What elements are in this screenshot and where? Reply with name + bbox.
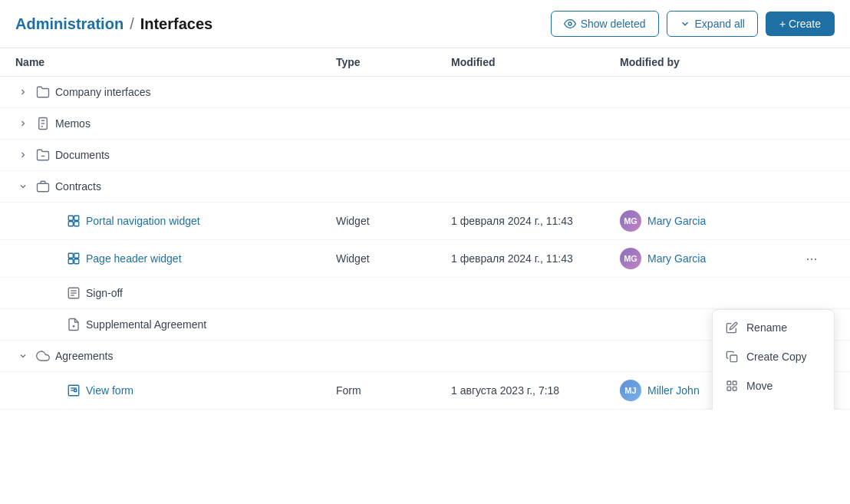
svg-rect-6	[38, 183, 49, 192]
context-move[interactable]: Move	[713, 371, 834, 400]
item-name: Contracts	[55, 180, 101, 193]
col-name: Name	[15, 56, 336, 68]
name-cell: Portal navigation widget	[15, 213, 336, 229]
name-cell: Supplemental Agreement	[15, 317, 336, 332]
table-header: Name Type Modified Modified by	[0, 48, 850, 77]
expand-all-button[interactable]: Expand all	[667, 11, 758, 37]
folder-doc-icon	[35, 147, 51, 163]
type-cell: Form	[336, 384, 451, 397]
svg-rect-14	[74, 259, 79, 264]
type-cell: Widget	[336, 215, 451, 227]
avatar: MJ	[620, 380, 641, 401]
table-row: Page header widget Widget 1 февраля 2024…	[0, 240, 850, 278]
briefcase-icon	[35, 179, 51, 194]
user-link[interactable]: Mary Garcia	[647, 252, 706, 265]
pencil-icon	[725, 321, 739, 334]
page-header: Administration / Interfaces Show deleted…	[0, 0, 850, 48]
chevron-right-icon	[18, 87, 28, 97]
create-button[interactable]: + Create	[766, 12, 835, 36]
item-name: Agreements	[55, 350, 113, 362]
header-actions: Show deleted Expand all + Create	[551, 11, 835, 37]
svg-rect-29	[727, 387, 731, 390]
context-create-copy[interactable]: Create Copy	[713, 342, 834, 371]
delete-label: Delete	[746, 409, 777, 410]
modified-by-cell: MG Mary Garcia	[620, 210, 789, 232]
name-cell: Sign-off	[15, 285, 336, 301]
svg-rect-25	[730, 355, 737, 362]
table-row: Documents	[0, 140, 850, 171]
actions-cell: ···	[789, 248, 835, 269]
modified-cell: 1 февраля 2024 г., 11:43	[451, 252, 620, 265]
chevron-right-icon	[18, 119, 28, 128]
modified-by-cell: MG Mary Garcia	[620, 248, 789, 269]
col-type: Type	[336, 56, 451, 68]
context-delete[interactable]: Delete	[713, 400, 834, 410]
svg-rect-12	[74, 253, 79, 258]
chevron-down-icon	[680, 18, 690, 29]
avatar: MG	[620, 210, 641, 232]
name-cell: Documents	[15, 147, 336, 163]
name-cell: Page header widget	[15, 251, 336, 266]
svg-rect-27	[733, 381, 736, 385]
modified-cell: 1 августа 2023 г., 7:18	[451, 384, 620, 397]
folder-icon	[35, 84, 51, 100]
svg-rect-11	[68, 253, 73, 258]
table-row: Contracts	[0, 171, 850, 203]
document-icon	[35, 116, 51, 131]
svg-rect-10	[74, 222, 79, 226]
name-cell: Agreements	[15, 348, 336, 364]
avatar: MG	[620, 248, 641, 269]
expand-button[interactable]	[15, 84, 31, 100]
name-cell: View form	[15, 383, 336, 398]
svg-rect-28	[733, 387, 736, 390]
svg-rect-26	[727, 381, 731, 385]
svg-rect-8	[74, 216, 79, 220]
type-cell: Widget	[336, 252, 451, 265]
chevron-down-icon	[18, 351, 28, 361]
item-name-link[interactable]: Page header widget	[86, 252, 182, 265]
table-row: Memos	[0, 108, 850, 140]
create-copy-label: Create Copy	[746, 351, 807, 363]
context-rename[interactable]: Rename	[713, 313, 834, 342]
context-menu: Rename Create Copy Move	[712, 309, 835, 410]
svg-point-0	[568, 22, 572, 25]
breadcrumb: Administration / Interfaces	[15, 15, 542, 33]
move-label: Move	[746, 380, 773, 392]
item-name-link[interactable]: Portal navigation widget	[86, 215, 200, 227]
widget-icon	[66, 213, 81, 229]
eye-icon	[564, 18, 576, 30]
item-name: Company interfaces	[55, 86, 151, 98]
doc-plus-icon	[66, 317, 81, 332]
list-icon	[66, 285, 81, 301]
move-icon	[725, 379, 739, 393]
table-row: Company interfaces	[0, 77, 850, 108]
item-name: Sign-off	[86, 287, 123, 299]
table-row: Portal navigation widget Widget 1 феврал…	[0, 203, 850, 240]
expand-button[interactable]	[15, 348, 31, 364]
breadcrumb-admin[interactable]: Administration	[15, 15, 124, 33]
expand-button[interactable]	[15, 147, 31, 163]
interfaces-table: Name Type Modified Modified by Company i…	[0, 48, 850, 410]
expand-button[interactable]	[15, 179, 31, 194]
trash-icon	[725, 408, 739, 410]
item-name: Memos	[55, 117, 91, 130]
svg-rect-13	[68, 259, 73, 264]
form-icon	[66, 383, 81, 398]
col-actions	[789, 56, 835, 68]
show-deleted-button[interactable]: Show deleted	[551, 11, 659, 37]
widget-icon	[66, 251, 81, 266]
name-cell: Memos	[15, 116, 336, 131]
name-cell: Company interfaces	[15, 84, 336, 100]
copy-icon	[725, 350, 739, 364]
view-form-link[interactable]: View form	[86, 384, 133, 397]
col-modified: Modified	[451, 56, 620, 68]
item-name: Supplemental Agreement	[86, 318, 206, 331]
svg-rect-7	[68, 216, 73, 220]
row-actions-button[interactable]: ···	[801, 248, 822, 269]
chevron-down-icon	[18, 182, 28, 191]
user-link[interactable]: Miller John	[647, 384, 700, 397]
svg-rect-9	[68, 222, 73, 226]
expand-button[interactable]	[15, 116, 31, 131]
user-link[interactable]: Mary Garcia	[647, 215, 706, 227]
rename-label: Rename	[746, 321, 787, 334]
